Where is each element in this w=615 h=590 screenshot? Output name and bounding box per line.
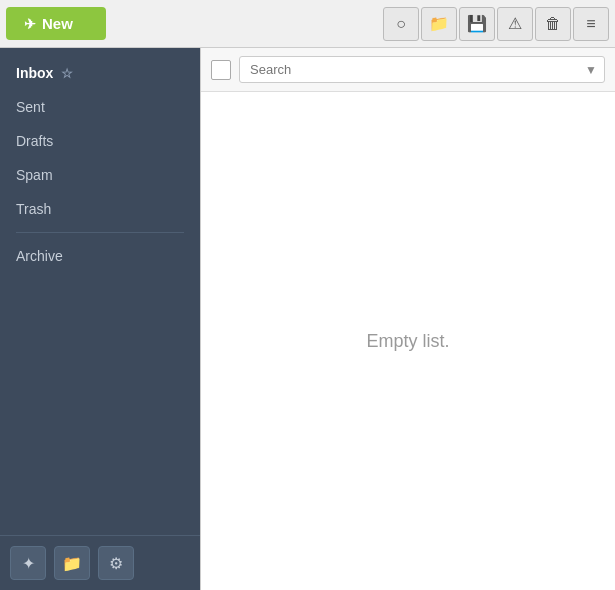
search-container: ▼: [239, 56, 605, 83]
warning-icon-button[interactable]: ⚠: [497, 7, 533, 41]
sidebar-item-archive[interactable]: Archive: [0, 239, 200, 273]
star-icon: ☆: [61, 66, 73, 81]
sidebar-nav: Inbox ☆ Sent Drafts Spam Trash Archive: [0, 48, 200, 535]
sidebar-item-spam[interactable]: Spam: [0, 158, 200, 192]
sidebar-item-drafts[interactable]: Drafts: [0, 124, 200, 158]
main-area: Inbox ☆ Sent Drafts Spam Trash Archive ✦: [0, 48, 615, 590]
email-list-empty: Empty list.: [201, 92, 615, 590]
new-button-label: New: [42, 15, 73, 32]
sidebar-item-label: Inbox: [16, 65, 53, 81]
circle-icon: ○: [396, 15, 406, 33]
sidebar-item-trash[interactable]: Trash: [0, 192, 200, 226]
select-all-checkbox[interactable]: [211, 60, 231, 80]
trash-icon-button[interactable]: 🗑: [535, 7, 571, 41]
sidebar-item-label: Sent: [16, 99, 45, 115]
sidebar-bottom: ✦ 📁 ⚙: [0, 535, 200, 590]
search-dropdown-arrow[interactable]: ▼: [585, 63, 597, 77]
empty-list-message: Empty list.: [366, 331, 449, 352]
sidebar-divider: [16, 232, 184, 233]
gear-icon: ⚙: [109, 554, 123, 573]
circle-icon-button[interactable]: ○: [383, 7, 419, 41]
sidebar-item-label: Archive: [16, 248, 63, 264]
settings-button[interactable]: ⚙: [98, 546, 134, 580]
add-folder-icon: 📁: [62, 554, 82, 573]
new-button[interactable]: ✈ New: [6, 7, 106, 40]
top-toolbar: ✈ New ○ 📁 💾 ⚠ 🗑 ≡: [0, 0, 615, 48]
sidebar-item-label: Drafts: [16, 133, 53, 149]
pin-icon: ✦: [22, 554, 35, 573]
menu-icon-button[interactable]: ≡: [573, 7, 609, 41]
email-panel: ▼ Empty list.: [200, 48, 615, 590]
menu-icon: ≡: [586, 15, 595, 33]
trash-icon: 🗑: [545, 15, 561, 33]
sidebar-item-inbox[interactable]: Inbox ☆: [0, 56, 200, 90]
sidebar-item-label: Trash: [16, 201, 51, 217]
folder-icon-button[interactable]: 📁: [421, 7, 457, 41]
sidebar-item-sent[interactable]: Sent: [0, 90, 200, 124]
sidebar: Inbox ☆ Sent Drafts Spam Trash Archive ✦: [0, 48, 200, 590]
email-panel-toolbar: ▼: [201, 48, 615, 92]
plane-icon: ✈: [24, 16, 36, 32]
folder-icon: 📁: [429, 14, 449, 33]
save-icon-button[interactable]: 💾: [459, 7, 495, 41]
toolbar-icons: ○ 📁 💾 ⚠ 🗑 ≡: [383, 7, 609, 41]
add-folder-button[interactable]: 📁: [54, 546, 90, 580]
pin-button[interactable]: ✦: [10, 546, 46, 580]
save-icon: 💾: [467, 14, 487, 33]
search-input[interactable]: [239, 56, 605, 83]
sidebar-item-label: Spam: [16, 167, 53, 183]
warning-icon: ⚠: [508, 14, 522, 33]
